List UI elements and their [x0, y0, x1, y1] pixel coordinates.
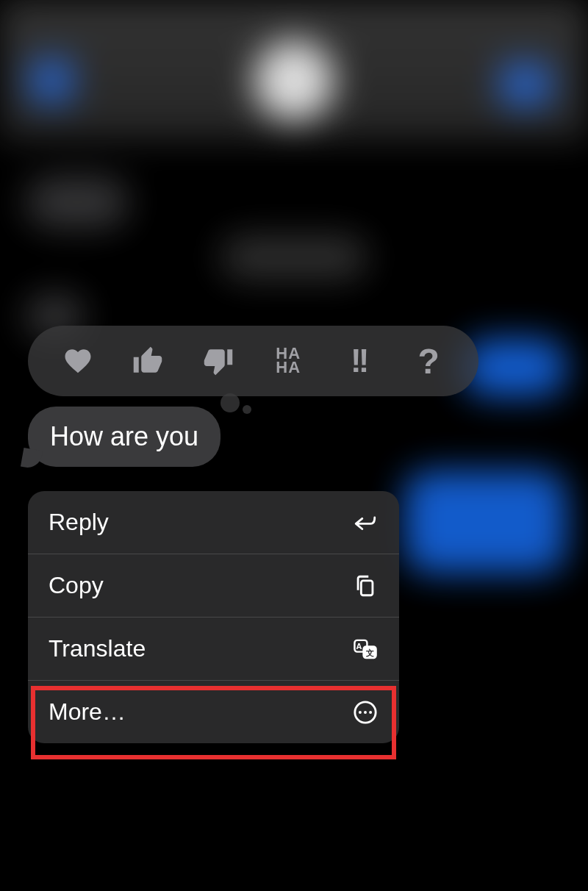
svg-text:A: A — [356, 642, 362, 651]
reaction-bar-tail — [220, 392, 251, 414]
reaction-question-button[interactable]: ? — [406, 339, 451, 383]
menu-label: Copy — [49, 572, 104, 599]
message-context-menu: Reply Copy Translate A 文 Mor — [28, 491, 399, 743]
sent-message-blur — [463, 338, 566, 397]
message-text: How are you — [50, 421, 198, 451]
sent-message-blur — [404, 470, 566, 573]
thumbs-up-icon — [132, 346, 163, 376]
menu-item-reply[interactable]: Reply — [28, 491, 399, 554]
translate-icon: A 文 — [352, 636, 379, 662]
menu-item-translate[interactable]: Translate A 文 — [28, 618, 399, 681]
menu-item-more[interactable]: More… — [28, 681, 399, 743]
svg-text:文: 文 — [365, 648, 374, 656]
menu-label: Translate — [49, 635, 146, 662]
thumbs-down-icon — [203, 346, 234, 376]
reaction-thumbs-up-button[interactable] — [126, 339, 170, 383]
copy-icon — [352, 573, 379, 599]
message-bubble-blur — [26, 176, 129, 228]
contact-avatar-blur — [254, 40, 334, 121]
tapback-reaction-bar: HA HA !! ? — [28, 326, 478, 396]
back-button-blur — [29, 59, 74, 103]
more-icon — [352, 699, 379, 726]
svg-point-8 — [369, 711, 372, 714]
reaction-heart-button[interactable] — [56, 339, 100, 383]
reply-icon — [352, 509, 379, 536]
question-icon: ? — [418, 341, 440, 382]
reaction-exclaim-button[interactable]: !! — [337, 339, 381, 383]
menu-item-copy[interactable]: Copy — [28, 554, 399, 618]
selected-message-bubble[interactable]: How are you — [28, 407, 220, 467]
menu-label: More… — [49, 698, 126, 726]
exclaim-icon: !! — [351, 343, 366, 379]
heart-icon — [62, 346, 93, 376]
menu-label: Reply — [49, 509, 109, 536]
svg-point-7 — [364, 711, 367, 714]
svg-rect-0 — [361, 580, 373, 595]
timestamp-blur — [220, 235, 368, 279]
reaction-thumbs-down-button[interactable] — [196, 339, 240, 383]
facetime-button-blur — [500, 62, 551, 107]
reaction-haha-button[interactable]: HA HA — [266, 339, 310, 383]
svg-point-6 — [359, 711, 362, 714]
haha-icon: HA HA — [276, 347, 301, 374]
